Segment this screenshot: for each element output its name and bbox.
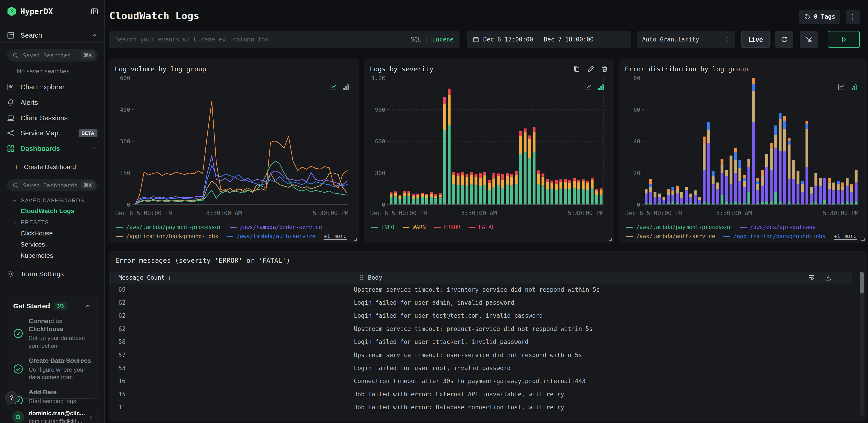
- legend-item[interactable]: /aws/lambda/auth-service: [626, 233, 715, 239]
- body-cell: Connection timeout after 30s to payment-…: [354, 378, 585, 385]
- create-dashboard-button[interactable]: + Create Dashboard: [7, 161, 97, 173]
- edit-icon[interactable]: [587, 65, 594, 73]
- legend-item[interactable]: /application/background-jobs: [723, 233, 826, 239]
- bar-segment: [801, 184, 804, 192]
- duplicate-icon[interactable]: [573, 65, 580, 73]
- live-button[interactable]: Live: [741, 31, 770, 48]
- sidebar-item-service-map[interactable]: Service Map BETA: [0, 126, 104, 140]
- bar-segment: [716, 189, 719, 205]
- tags-button[interactable]: 0 Tags: [799, 9, 840, 24]
- legend-item[interactable]: /aws/ecs/api-gateway: [740, 224, 816, 230]
- legend-item[interactable]: /aws/lambda/payment-processor: [116, 224, 222, 230]
- bar-segment: [721, 173, 724, 195]
- bar-view-toggle-icon[interactable]: [342, 83, 350, 91]
- resize-handle[interactable]: [353, 238, 357, 241]
- filter-button[interactable]: [800, 31, 818, 48]
- bar-segment: [519, 131, 522, 133]
- legend-item[interactable]: INFO: [371, 224, 394, 230]
- bar-segment: [559, 179, 562, 180]
- table-row[interactable]: 58Login failed for user attacker1, inval…: [109, 336, 852, 348]
- bar-segment: [394, 192, 397, 192]
- sidebar-item-client-sessions[interactable]: Client Sessions: [0, 111, 104, 125]
- table-row[interactable]: 62Login failed for user test@test.com, i…: [109, 309, 852, 322]
- sidebar-collapse-icon[interactable]: [91, 7, 98, 15]
- table-row[interactable]: 62Upstream service timeout: product-serv…: [109, 322, 852, 335]
- sidebar-item-kubernetes[interactable]: Kubernetes: [21, 252, 53, 259]
- sidebar-item-clickhouse[interactable]: ClickHouse: [21, 230, 53, 237]
- sidebar-item-cloudwatch-logs[interactable]: CloudWatch Logs: [21, 207, 74, 215]
- get-started-step[interactable]: Connect to ClickHouse Set up your databa…: [13, 317, 91, 350]
- chevron-up-icon[interactable]: [85, 303, 91, 309]
- line-view-toggle-icon[interactable]: [585, 83, 593, 91]
- help-button[interactable]: ?: [5, 391, 18, 404]
- bar-segment: [787, 141, 790, 144]
- legend-item[interactable]: WARN: [403, 224, 426, 230]
- bar-segment: [712, 184, 715, 203]
- table-row[interactable]: 69Upstream service timeout: inventory-se…: [109, 283, 852, 296]
- sidebar-item-team-settings[interactable]: Team Settings: [0, 267, 104, 281]
- more-menu-button[interactable]: ⋮: [846, 9, 860, 24]
- line-view-toggle-icon[interactable]: [837, 83, 846, 91]
- saved-dashboards-input[interactable]: Saved Dashboards ⌘K: [7, 179, 97, 192]
- legend-item[interactable]: /application/background-jobs: [116, 233, 218, 239]
- legend-more-link[interactable]: +1 more: [323, 233, 347, 240]
- table-row[interactable]: 57Upstream service timeout: user-service…: [109, 348, 852, 362]
- get-started-step[interactable]: Create Data Sources Configure where your…: [13, 357, 91, 382]
- lucene-mode-toggle[interactable]: Lucene: [432, 36, 454, 43]
- bar-segment: [676, 189, 679, 194]
- bar-segment: [497, 185, 500, 205]
- table-row[interactable]: 62Login failed for user admin, invalid p…: [109, 296, 852, 309]
- table-row[interactable]: 16Connection timeout after 30s to paymen…: [109, 375, 852, 388]
- drag-handle-icon[interactable]: [359, 275, 364, 281]
- table-row[interactable]: 11Job failed with error: Database connec…: [109, 401, 852, 414]
- bar-view-toggle-icon[interactable]: [597, 83, 605, 91]
- create-dashboard-label: Create Dashboard: [24, 163, 76, 171]
- legend-item[interactable]: ERROR: [434, 224, 460, 230]
- table-row[interactable]: 53Login failed for user root, invalid pa…: [109, 362, 852, 374]
- column-header-body[interactable]: Body: [359, 274, 382, 281]
- bar-segment: [649, 179, 652, 184]
- sidebar-item-chart-explorer[interactable]: Chart Explorer: [0, 80, 104, 94]
- sidebar-item-services[interactable]: Services: [21, 241, 45, 248]
- wrap-text-icon[interactable]: [808, 274, 815, 281]
- saved-searches-input[interactable]: Saved Searches ⌘K: [7, 49, 97, 61]
- line-view-toggle-icon[interactable]: [330, 83, 338, 91]
- message-count-cell: 16: [109, 378, 354, 385]
- bar-segment: [586, 181, 589, 181]
- bar-segment: [425, 198, 428, 205]
- section-saved-dashboards[interactable]: SAVED DASHBOARDS: [12, 197, 84, 204]
- sql-mode-toggle[interactable]: SQL: [410, 36, 421, 43]
- column-header-message-count[interactable]: Message Count ↓: [109, 274, 171, 281]
- resize-handle[interactable]: [861, 238, 865, 241]
- bar-segment: [457, 185, 460, 205]
- legend-item[interactable]: /aws/lambda/payment-processor: [626, 224, 732, 230]
- legend-item[interactable]: /aws/lambda/auth-service: [226, 233, 316, 239]
- sidebar-item-label: Chart Explorer: [21, 83, 64, 91]
- bar-segment: [448, 90, 451, 95]
- delete-icon[interactable]: [601, 65, 609, 73]
- granularity-select[interactable]: Auto Granularity: [637, 31, 735, 48]
- bar-segment: [546, 189, 549, 205]
- refresh-button[interactable]: [775, 31, 793, 48]
- bar-segment: [850, 184, 853, 187]
- bar-segment: [779, 119, 782, 151]
- sidebar-item-dashboards[interactable]: Dashboards: [0, 141, 104, 156]
- scrollbar-thumb[interactable]: [860, 272, 864, 293]
- section-presets[interactable]: PRESETS: [12, 219, 49, 226]
- download-icon[interactable]: [825, 274, 832, 281]
- event-search-input[interactable]: Search your events w/ Lucene ex. column:…: [109, 31, 460, 48]
- play-icon: [840, 36, 847, 43]
- legend-more-link[interactable]: +1 more: [834, 233, 857, 240]
- table-row[interactable]: 15Job failed with error: External API un…: [109, 388, 852, 401]
- resize-handle[interactable]: [609, 238, 612, 241]
- legend-item[interactable]: FATAL: [469, 224, 495, 230]
- date-range-picker[interactable]: Dec 6 17:00:00 - Dec 7 18:00:00: [467, 31, 631, 48]
- bar-view-toggle-icon[interactable]: [850, 83, 858, 91]
- user-menu[interactable]: D dominic.tran@clic... dominic.tran@clic…: [7, 404, 97, 423]
- legend-item[interactable]: /aws/lambda/order-service: [230, 224, 322, 230]
- sidebar-item-search[interactable]: Search: [0, 28, 104, 43]
- bar-segment: [430, 194, 433, 197]
- bar-segment: [850, 192, 853, 203]
- sidebar-item-alerts[interactable]: Alerts: [0, 95, 104, 110]
- run-query-button[interactable]: [828, 31, 860, 48]
